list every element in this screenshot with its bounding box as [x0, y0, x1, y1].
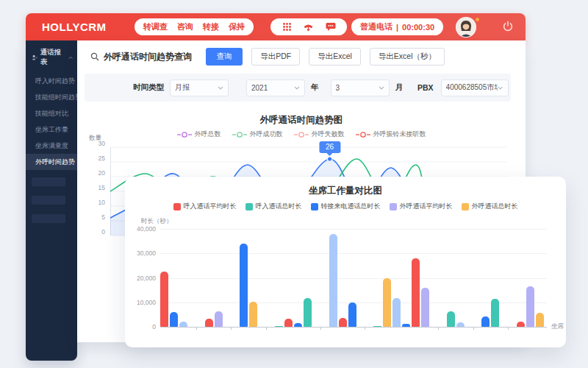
bar-group [447, 229, 465, 327]
x-tick [320, 327, 321, 330]
avatar-image [456, 18, 476, 37]
bar-group [205, 229, 223, 327]
call-status-pill: 普通电话 | 00:00:30 [351, 18, 443, 35]
bar [205, 319, 213, 327]
bar [491, 299, 499, 327]
x-tick [473, 327, 474, 330]
bar [284, 319, 293, 327]
legend-item[interactable]: 呼入通话平均时长 [173, 202, 237, 211]
call-action-1[interactable]: 转调查 [143, 21, 168, 32]
bar [275, 326, 283, 327]
sidebar-skeleton-item [32, 177, 65, 186]
x-tick [365, 327, 365, 330]
bar-group [517, 229, 544, 327]
bar [294, 323, 302, 327]
bar-chart-card: 坐席工作量对比图 呼入通话平均时长呼入通话总时长转接来电通话总时长外呼通话平均时… [125, 177, 566, 347]
bar [373, 326, 381, 327]
y-tick-label: 40,000 [126, 225, 156, 233]
bar [170, 312, 178, 327]
legend-item[interactable]: 外呼通话总时长 [462, 202, 518, 211]
legend-swatch-icon [245, 203, 253, 210]
bar [348, 302, 356, 327]
bar-chart-title: 坐席工作量对比图 [125, 185, 566, 197]
legend-swatch-icon [173, 203, 181, 210]
toolbar: 查询 导出PDF 导出Excel 导出Excel（秒） [206, 48, 445, 66]
legend-item[interactable]: 外呼失败数 [294, 130, 345, 139]
phone-mode-label: 普通电话 [360, 21, 392, 32]
dialpad-grid-icon[interactable] [282, 22, 292, 32]
export-excel-sec-button[interactable]: 导出Excel（秒） [370, 48, 445, 66]
sidebar-item-link[interactable]: 坐席满意度 [26, 138, 77, 154]
chevron-down-icon [379, 86, 384, 90]
bar [526, 286, 534, 327]
y-tick-label: 30,000 [126, 250, 156, 257]
sidebar-item-link[interactable]: 呼入时间趋势 [26, 73, 77, 89]
bar [249, 302, 257, 327]
search-icon [90, 52, 99, 61]
sidebar-item-link[interactable]: 技能组对比 [26, 105, 77, 121]
x-tick [231, 327, 232, 330]
bar [392, 298, 401, 327]
power-icon[interactable] [502, 21, 514, 32]
month-unit-label: 月 [395, 82, 404, 93]
legend-item[interactable]: 外呼通话平均时长 [390, 202, 453, 211]
year-unit-label: 年 [311, 82, 319, 93]
legend-marker-icon [356, 131, 370, 138]
x-tick [266, 327, 267, 330]
sidebar-section-label: 通话报表 [40, 48, 62, 67]
call-action-2[interactable]: 咨询 [177, 21, 193, 32]
sidebar-item-active[interactable]: 外呼时间趋势 [26, 154, 77, 170]
legend-item[interactable]: 外呼成功数 [232, 130, 283, 139]
bar [421, 288, 429, 327]
sidebar-menu: 呼入时间趋势技能组时间趋势技能组对比坐席工作量坐席满意度外呼时间趋势 [26, 73, 77, 170]
sidebar-item-link[interactable]: 坐席工作量 [26, 121, 77, 138]
legend-item[interactable]: 外呼总数 [177, 130, 221, 139]
bar [402, 324, 410, 327]
export-excel-button[interactable]: 导出Excel [309, 48, 361, 66]
notification-dot [476, 18, 479, 21]
time-type-select[interactable]: 月报 [170, 79, 229, 96]
bar-group [240, 229, 257, 327]
bar [383, 278, 391, 328]
bar [304, 298, 312, 327]
sidebar-item-link[interactable]: 技能组时间趋势 [26, 89, 77, 105]
call-action-3[interactable]: 转接 [203, 21, 219, 32]
chevron-down-icon [498, 86, 503, 90]
y-tick-label: 25 [86, 155, 105, 162]
bar-group [329, 229, 356, 327]
legend-marker-icon [177, 131, 192, 138]
year-select[interactable]: 2021 [246, 79, 305, 96]
bar [447, 311, 455, 327]
app-logo: HOLLYCRM [42, 13, 107, 40]
line-chart-legend: 外呼总数外呼成功数外呼失败数外呼振铃未接听数 [77, 130, 526, 139]
bar [412, 258, 420, 327]
export-pdf-button[interactable]: 导出PDF [251, 48, 300, 66]
call-action-group: 转调查咨询转接保持 [135, 18, 254, 35]
bar-chart-plot [160, 229, 544, 327]
y-tick-label: 10,000 [126, 299, 156, 306]
call-action-4[interactable]: 保持 [229, 21, 245, 32]
month-select[interactable]: 3 [331, 79, 390, 96]
time-type-label: 时间类型 [133, 82, 164, 93]
sidebar: 通话报表 呼入时间趋势技能组时间趋势技能组对比坐席工作量坐席满意度外呼时间趋势 [26, 40, 77, 361]
chat-bubble-icon[interactable] [326, 22, 336, 32]
legend-item[interactable]: 外呼振铃未接听数 [356, 130, 426, 139]
sidebar-section-call-reports[interactable]: 通话报表 [26, 40, 77, 73]
x-tick [438, 327, 439, 330]
page-title: 外呼通话时间趋势查询 [104, 51, 192, 63]
avatar[interactable] [456, 17, 476, 38]
legend-swatch-icon [390, 203, 397, 210]
y-tick-label: 0 [86, 228, 105, 236]
y-tick-label: 30 [86, 140, 105, 147]
bar-group [275, 229, 312, 327]
search-button[interactable]: 查询 [206, 48, 243, 66]
hangup-phone-icon[interactable] [303, 22, 314, 32]
y-tick-label: 20,000 [126, 275, 156, 282]
legend-item[interactable]: 转接来电通话总时长 [311, 202, 381, 211]
y-tick-label: 0 [126, 323, 156, 330]
y-tick-label: 5 [86, 213, 105, 221]
report-user-icon [32, 54, 37, 61]
pbx-select[interactable]: 4000628505市场 [441, 79, 509, 96]
legend-item[interactable]: 呼入通话总时长 [245, 202, 302, 211]
call-timer: 00:00:30 [402, 23, 434, 32]
